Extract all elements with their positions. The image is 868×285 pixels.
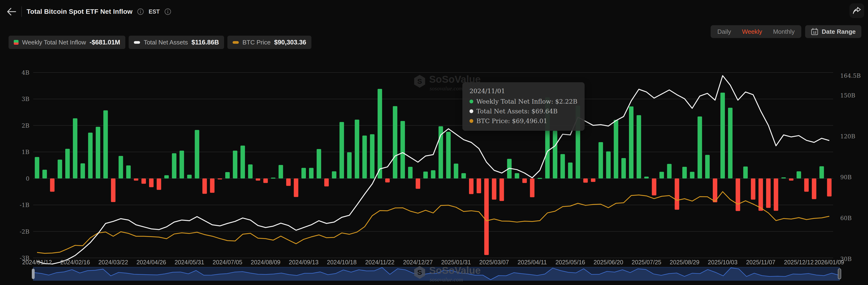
- inflow-bar-2024/05/10[interactable]: [164, 175, 169, 178]
- inflow-bar-2024/12/13[interactable]: [400, 121, 405, 178]
- inflow-bar-2025/02/21[interactable]: [476, 178, 481, 193]
- inflow-bar-2025/02/14[interactable]: [469, 178, 473, 194]
- inflow-bar-2024/01/19[interactable]: [42, 170, 47, 178]
- inflow-bar-2024/03/15[interactable]: [103, 110, 108, 178]
- inflow-bar-2025/03/07[interactable]: [492, 178, 496, 200]
- inflow-bar-2024/10/11[interactable]: [332, 171, 336, 178]
- legend-item-total-net-assets[interactable]: Total Net Assets $116.86B: [129, 36, 224, 49]
- inflow-bar-2024/08/02[interactable]: [256, 178, 260, 181]
- inflow-bar-2024/10/25[interactable]: [347, 152, 351, 178]
- period-option-daily[interactable]: Daily: [717, 28, 731, 35]
- navigator-handle-right[interactable]: [838, 268, 841, 279]
- inflow-bar-2024/05/03[interactable]: [157, 178, 161, 190]
- inflow-bar-2025/06/13[interactable]: [599, 142, 603, 178]
- inflow-bar-2024/04/05[interactable]: [126, 166, 131, 178]
- inflow-bar-2024/09/20[interactable]: [309, 168, 314, 178]
- inflow-bar-2024/06/07[interactable]: [195, 130, 199, 178]
- inflow-bar-2025/04/11[interactable]: [530, 178, 534, 197]
- inflow-bar-2026/01/09[interactable]: [827, 178, 832, 197]
- inflow-bar-2025/05/16[interactable]: [568, 163, 572, 178]
- inflow-bar-2024/02/23[interactable]: [81, 163, 85, 178]
- back-button[interactable]: [6, 6, 17, 17]
- inflow-bar-2025/01/31[interactable]: [454, 164, 458, 178]
- inflow-bar-2024/05/17[interactable]: [172, 153, 176, 178]
- inflow-bar-2024/08/16[interactable]: [271, 177, 276, 178]
- inflow-bar-2024/02/16[interactable]: [73, 118, 78, 178]
- inflow-bar-2025/04/04[interactable]: [522, 178, 527, 183]
- title-info-icon[interactable]: [137, 8, 144, 15]
- inflow-bar-2025/07/18[interactable]: [637, 115, 641, 178]
- inflow-bar-2024/07/19[interactable]: [241, 146, 245, 178]
- inflow-bar-2024/08/23[interactable]: [279, 165, 283, 178]
- inflow-bar-2024/02/09[interactable]: [65, 149, 70, 178]
- inflow-bar-2025/08/29[interactable]: [682, 167, 687, 178]
- inflow-bar-2024/07/05[interactable]: [225, 172, 230, 178]
- inflow-bar-2024/12/20[interactable]: [408, 167, 412, 178]
- inflow-bar-2025/11/07[interactable]: [758, 178, 763, 211]
- timezone-info-icon[interactable]: [164, 8, 171, 15]
- inflow-bar-2025/04/18[interactable]: [537, 178, 542, 179]
- inflow-bar-2025/08/15[interactable]: [667, 164, 672, 178]
- inflow-bar-2025/09/19[interactable]: [705, 155, 710, 178]
- inflow-bar-2025/09/26[interactable]: [713, 178, 717, 202]
- inflow-bar-2025/01/24[interactable]: [446, 132, 451, 178]
- inflow-bar-2025/07/04[interactable]: [621, 158, 626, 178]
- inflow-bar-2025/01/10[interactable]: [431, 170, 436, 178]
- inflow-bar-2024/03/01[interactable]: [88, 133, 93, 178]
- inflow-bar-2025/01/03[interactable]: [423, 172, 428, 178]
- inflow-bar-2024/04/26[interactable]: [149, 178, 154, 187]
- inflow-bar-2024/11/22[interactable]: [378, 89, 382, 178]
- inflow-bar-2025/02/07[interactable]: [461, 173, 466, 178]
- inflow-bar-2025/12/12[interactable]: [797, 171, 801, 178]
- inflow-bar-2024/06/14[interactable]: [203, 178, 207, 194]
- inflow-bar-2025/11/14[interactable]: [766, 178, 771, 208]
- inflow-bar-2024/01/26[interactable]: [50, 178, 55, 192]
- share-button[interactable]: [849, 3, 864, 18]
- inflow-bar-2024/10/18[interactable]: [339, 122, 344, 178]
- inflow-bar-2025/03/28[interactable]: [515, 173, 519, 178]
- inflow-bar-2024/03/22[interactable]: [111, 178, 116, 202]
- navigator-handle-left[interactable]: [32, 268, 35, 279]
- legend-item-weekly-net-inflow[interactable]: Weekly Total Net Inflow -$681.01M: [8, 36, 125, 49]
- inflow-bar-2024/09/06[interactable]: [294, 178, 298, 197]
- inflow-bar-2024/09/13[interactable]: [302, 168, 306, 178]
- inflow-bar-2025/06/27[interactable]: [614, 120, 618, 178]
- inflow-bar-2024/11/08[interactable]: [363, 136, 367, 178]
- period-option-weekly[interactable]: Weekly: [742, 28, 762, 35]
- inflow-bar-2025/08/08[interactable]: [659, 172, 664, 178]
- inflow-bar-2025/05/02[interactable]: [553, 131, 557, 178]
- inflow-bar-2025/12/19[interactable]: [804, 178, 809, 192]
- inflow-bar-2024/04/12[interactable]: [134, 178, 138, 181]
- inflow-bar-2024/02/02[interactable]: [58, 160, 62, 178]
- inflow-bar-2024/06/28[interactable]: [218, 178, 222, 179]
- inflow-bar-2024/04/19[interactable]: [142, 178, 146, 184]
- inflow-bar-2024/03/29[interactable]: [119, 156, 123, 178]
- inflow-bar-2025/10/24[interactable]: [743, 167, 748, 178]
- inflow-bar-2024/05/24[interactable]: [180, 151, 184, 178]
- inflow-bar-2024/09/27[interactable]: [317, 149, 321, 178]
- inflow-bar-2025/10/10[interactable]: [728, 108, 733, 178]
- inflow-bar-2025/02/28[interactable]: [484, 178, 489, 255]
- inflow-bar-2025/11/21[interactable]: [774, 178, 778, 211]
- inflow-bar-2025/06/20[interactable]: [606, 151, 611, 178]
- inflow-bar-2024/07/12[interactable]: [233, 151, 237, 178]
- inflow-bar-2025/09/12[interactable]: [698, 116, 702, 178]
- inflow-bar-2024/12/27[interactable]: [415, 178, 420, 189]
- inflow-bar-2025/10/03[interactable]: [720, 93, 725, 178]
- inflow-bar-2024/03/08[interactable]: [96, 127, 100, 178]
- period-option-monthly[interactable]: Monthly: [773, 28, 795, 35]
- inflow-bar-2024/06/21[interactable]: [210, 178, 215, 193]
- legend-item-btc-price[interactable]: BTC Price $90,303.36: [227, 36, 311, 49]
- inflow-bar-2024/08/30[interactable]: [286, 178, 291, 186]
- inflow-bar-2025/08/01[interactable]: [652, 178, 656, 195]
- inflow-bar-2025/12/05[interactable]: [789, 178, 794, 181]
- inflow-bar-2024/08/09[interactable]: [263, 178, 268, 183]
- inflow-bar-2025/10/31[interactable]: [751, 178, 755, 200]
- inflow-bar-2025/12/26[interactable]: [812, 178, 816, 199]
- inflow-bar-2024/11/29[interactable]: [385, 178, 390, 182]
- inflow-bar-2025/05/30[interactable]: [583, 178, 588, 183]
- inflow-bar-2025/03/14[interactable]: [499, 178, 504, 201]
- inflow-bar-2024/10/04[interactable]: [324, 178, 329, 187]
- inflow-bar-2024/05/31[interactable]: [187, 175, 191, 178]
- date-range-button[interactable]: 12 Date Range: [805, 25, 861, 38]
